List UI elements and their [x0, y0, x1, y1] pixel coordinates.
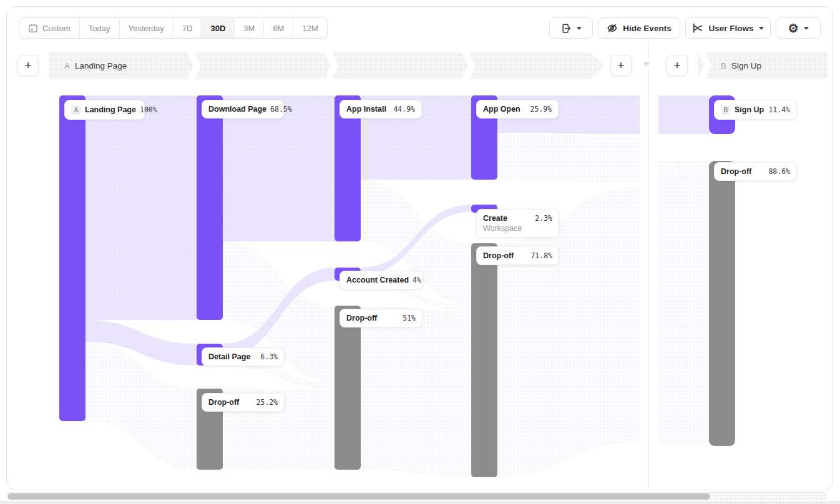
node-label-dropoff-step3[interactable]: Drop-off 51%: [339, 309, 422, 327]
node-label-sign-up[interactable]: B Sign Up 11.4%: [714, 100, 797, 120]
node-label-dropoff-step4[interactable]: Drop-off 71.8%: [476, 246, 559, 265]
node-label-download-page[interactable]: Download Page 68.5%: [202, 100, 284, 119]
step-badge: B: [721, 105, 731, 115]
step-badge: A: [71, 105, 81, 115]
node-dropoff-step3[interactable]: [335, 306, 361, 470]
node-dropoff-step4[interactable]: [471, 243, 497, 477]
node-label-app-install[interactable]: App Install 44.9%: [339, 100, 422, 119]
node-label-app-open[interactable]: App Open 25.9%: [476, 100, 559, 119]
node-label-dropoff-step2[interactable]: Drop-off 25.2%: [202, 393, 285, 412]
node-label-create-workspace[interactable]: Create 2.3% Workspace: [476, 209, 559, 238]
user-flows-canvas: [0, 0, 840, 504]
node-label-landing-page[interactable]: A Landing Page 100%: [64, 100, 145, 120]
node-landing-page[interactable]: [59, 95, 85, 421]
node-label-account-created[interactable]: Account Created 4%: [339, 271, 423, 289]
node-label-dropoff-sign-up[interactable]: Drop-off 88.6%: [714, 162, 797, 181]
approx-separator: ≈: [642, 59, 652, 70]
node-download-page[interactable]: [197, 95, 223, 320]
node-label-detail-page[interactable]: Detail Page 6.3%: [202, 347, 285, 366]
node-dropoff-sign-up[interactable]: [709, 161, 735, 446]
